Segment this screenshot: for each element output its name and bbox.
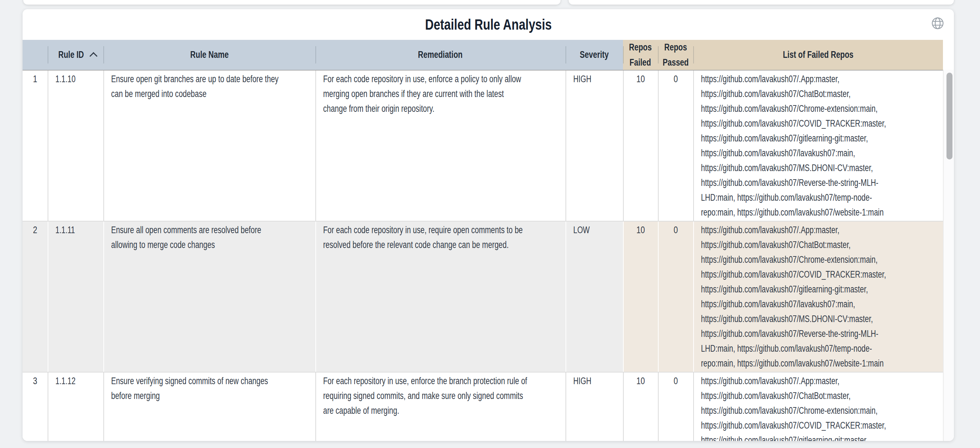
detailed-rule-analysis-card: Detailed Rule Analysis Rule IDRule NameR… — [22, 9, 954, 441]
cell-repos_passed: 0 — [658, 71, 693, 221]
cell-text-line: https://github.com/lavakush07/COVID_TRAC… — [701, 116, 937, 131]
cell-text-line: https://github.com/lavakush07/gitlearnin… — [701, 131, 937, 146]
col-header-remediation[interactable]: Remediation — [315, 40, 565, 70]
cell-text-line: resolved before the relevant code change… — [323, 237, 559, 252]
cell-severity: HIGH — [565, 373, 623, 441]
cell-value: 0 — [674, 71, 678, 86]
col-header-repos_failed[interactable]: ReposFailed — [623, 40, 658, 70]
cell-repos_failed: 10 — [623, 71, 658, 221]
col-header-label: List of Failed Repos — [783, 47, 853, 62]
cell-rule_id: 1.1.12 — [48, 373, 103, 441]
cell-text-line: https://github.com/lavakush07/gitlearnin… — [701, 433, 937, 441]
cell-text-line: https://github.com/lavakush07/lavakush07… — [701, 146, 937, 160]
cell-text-line: https://github.com/lavakush07/.App:maste… — [701, 71, 937, 86]
col-header-label: Severity — [580, 47, 609, 62]
cell-text-line: repo:main, https://github.com/lavakush07… — [701, 356, 937, 371]
cell-text-line: For each code repository in use, enforce… — [323, 71, 559, 86]
cell-severity: LOW — [565, 222, 623, 372]
cell-text-line: repo:main, https://github.com/lavakush07… — [701, 205, 937, 220]
cell-value: 10 — [636, 222, 645, 237]
adjacent-card-above-right — [569, 0, 954, 5]
table-row: 21.1.11Ensure all open comments are reso… — [22, 221, 943, 372]
cell-text-line: https://github.com/lavakush07/Reverse-th… — [701, 326, 937, 341]
col-header-label-line: Repos — [629, 40, 652, 55]
col-header-label: Rule Name — [190, 47, 229, 62]
cell-rule_id: 1.1.11 — [48, 222, 103, 372]
cell-repos_passed: 0 — [658, 222, 693, 372]
col-header-label: Rule ID — [58, 47, 84, 62]
col-header-label-line: Failed — [630, 55, 651, 70]
cell-index: 2 — [22, 222, 48, 372]
cell-text-line: For each code repository in use, require… — [323, 222, 559, 237]
cell-text-line: Ensure all open comments are resolved be… — [111, 222, 309, 237]
cell-failed_repos: https://github.com/lavakush07/.App:maste… — [693, 71, 943, 221]
adjacent-card-above-left — [23, 0, 560, 5]
cell-rule_name: Ensure verifying signed commits of new c… — [103, 373, 315, 441]
cell-text-line: merging open branches if they are curren… — [323, 86, 559, 101]
cell-text-line: LHD:main, https://github.com/lavakush07/… — [701, 341, 937, 356]
cell-text-line: For each repository in use, enforce the … — [323, 373, 559, 388]
cell-text-line: https://github.com/lavakush07/lavakush07… — [701, 297, 937, 311]
cell-rule_name: Ensure open git branches are up to date … — [103, 71, 315, 221]
table-header-row: Rule IDRule NameRemediationSeverityRepos… — [22, 40, 943, 71]
cell-rule_id: 1.1.10 — [48, 71, 103, 221]
cell-value: 1 — [33, 71, 37, 86]
col-header-label-line: Passed — [662, 55, 689, 70]
col-header-label: ReposPassed — [659, 40, 692, 70]
cell-text-line: https://github.com/lavakush07/.App:maste… — [701, 222, 937, 237]
cell-text-line: https://github.com/lavakush07/ChatBot:ma… — [701, 237, 937, 252]
cell-text-line: can be merged into codebase — [111, 86, 309, 101]
cell-text-line: Ensure open git branches are up to date … — [111, 71, 309, 86]
col-header-rule_id[interactable]: Rule ID — [48, 40, 103, 70]
cell-value: 1.1.11 — [56, 222, 96, 237]
page-background: { "card": { "title": "Detailed Rule Anal… — [0, 0, 980, 448]
cell-value: 2 — [33, 222, 37, 237]
col-header-failed_repos[interactable]: List of Failed Repos — [693, 40, 943, 70]
cell-remediation: For each repository in use, enforce the … — [315, 373, 565, 441]
cell-value: HIGH — [573, 71, 616, 86]
table-row: 31.1.12Ensure verifying signed commits o… — [22, 372, 943, 441]
col-header-severity[interactable]: Severity — [565, 40, 623, 70]
cell-text-line: LHD:main, https://github.com/lavakush07/… — [701, 190, 937, 205]
cell-value: 10 — [636, 71, 645, 86]
rule-analysis-table: Rule IDRule NameRemediationSeverityRepos… — [22, 40, 943, 441]
cell-repos_passed: 0 — [658, 373, 693, 441]
col-header-index[interactable] — [22, 40, 48, 70]
cell-repos_failed: 10 — [623, 373, 658, 441]
cell-value: 1.1.10 — [56, 71, 96, 86]
cell-text-line: https://github.com/lavakush07/gitlearnin… — [701, 282, 937, 297]
cell-text-line: https://github.com/lavakush07/Chrome-ext… — [701, 101, 937, 116]
cell-failed_repos: https://github.com/lavakush07/.App:maste… — [693, 222, 943, 372]
cell-text-line: https://github.com/lavakush07/.App:maste… — [701, 373, 937, 388]
cell-text-line: are capable of merging. — [323, 403, 559, 418]
cell-rule_name: Ensure all open comments are resolved be… — [103, 222, 315, 372]
cell-value: LOW — [573, 222, 616, 237]
col-header-label: ReposFailed — [626, 40, 655, 70]
cell-value: HIGH — [573, 373, 616, 388]
cell-text-line: Ensure verifying signed commits of new c… — [111, 373, 309, 388]
cell-text-line: before merging — [111, 388, 309, 403]
cell-remediation: For each code repository in use, enforce… — [315, 71, 565, 221]
cell-text-line: https://github.com/lavakush07/ChatBot:ma… — [701, 86, 937, 101]
cell-severity: HIGH — [565, 71, 623, 221]
cell-value: 0 — [674, 373, 678, 388]
globe-button[interactable] — [931, 16, 945, 30]
cell-text-line: https://github.com/lavakush07/COVID_TRAC… — [701, 418, 937, 433]
cell-text-line: https://github.com/lavakush07/COVID_TRAC… — [701, 267, 937, 282]
cell-repos_failed: 10 — [623, 222, 658, 372]
table-row: 11.1.10Ensure open git branches are up t… — [22, 71, 943, 221]
col-header-label-line: Repos — [664, 40, 687, 55]
vertical-scrollbar-thumb[interactable] — [947, 73, 953, 159]
cell-text-line: allowing to merge code changes — [111, 237, 309, 252]
vertical-scrollbar-track[interactable] — [943, 70, 954, 441]
cell-text-line: https://github.com/lavakush07/ChatBot:ma… — [701, 388, 937, 403]
cell-index: 1 — [22, 71, 48, 221]
cell-value: 3 — [33, 373, 37, 388]
col-header-rule_name[interactable]: Rule Name — [103, 40, 315, 70]
globe-icon — [931, 17, 944, 30]
cell-text-line: https://github.com/lavakush07/Chrome-ext… — [701, 403, 937, 418]
cell-text-line: https://github.com/lavakush07/Chrome-ext… — [701, 252, 937, 267]
cell-remediation: For each code repository in use, require… — [315, 222, 565, 372]
cell-value: 0 — [674, 222, 678, 237]
col-header-repos_passed[interactable]: ReposPassed — [658, 40, 693, 70]
